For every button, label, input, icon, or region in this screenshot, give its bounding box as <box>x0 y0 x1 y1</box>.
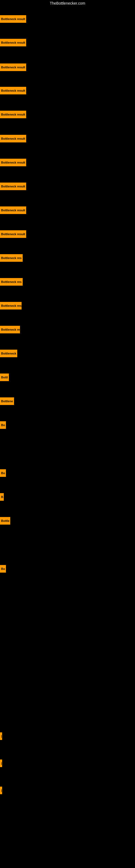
bottleneck-badge: Bottl <box>0 373 9 381</box>
bottleneck-badge: | <box>0 733 2 740</box>
bottleneck-badge: | <box>0 760 2 767</box>
site-title: TheBottlenecker.com <box>0 0 135 6</box>
bottleneck-badge: Bottleneck res <box>0 302 21 310</box>
bottleneck-badge: Bottleneck result <box>0 87 26 94</box>
bottleneck-badge: Bottleneck res <box>0 278 23 286</box>
bottleneck-badge: Bottleneck <box>0 350 17 357</box>
bottleneck-badge: Bottleneck re <box>0 326 20 333</box>
bottleneck-badge: Bo <box>0 421 6 429</box>
bottleneck-badge: Bottleneck result <box>0 15 26 23</box>
bottleneck-badge: Bo <box>0 469 6 477</box>
bottleneck-badge: | <box>0 786 2 794</box>
bottleneck-badge: Bottleneck result <box>0 183 26 190</box>
bottleneck-badge: Bo <box>0 565 6 572</box>
bottleneck-badge: Bottleneck result <box>0 207 26 214</box>
bottleneck-badge: Bottleneck result <box>0 39 26 46</box>
bottleneck-badge: Bottle <box>0 517 10 525</box>
page-wrapper: TheBottlenecker.com Bottleneck resultBot… <box>0 0 135 868</box>
bottleneck-badge: Bottleneck result <box>0 135 26 143</box>
bottleneck-badge: Bottleneck result <box>0 111 26 118</box>
bottleneck-badge: Bottleneck res <box>0 254 23 262</box>
bottleneck-badge: Bottleneck result <box>0 63 26 71</box>
bottleneck-badge: Bottleneck result <box>0 230 26 238</box>
bottleneck-badge: Bottleneck result <box>0 159 26 166</box>
bottleneck-badge: Bottlene <box>0 397 14 405</box>
bottleneck-badge: B <box>0 493 4 501</box>
